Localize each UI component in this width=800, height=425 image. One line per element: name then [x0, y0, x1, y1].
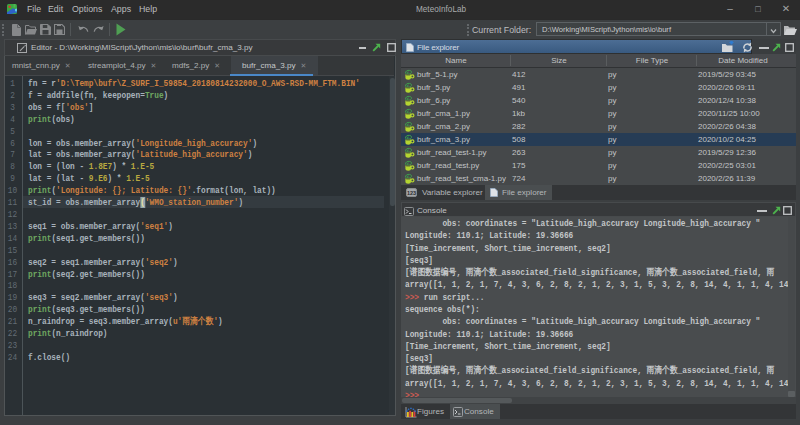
svg-text:123: 123 — [407, 190, 416, 196]
